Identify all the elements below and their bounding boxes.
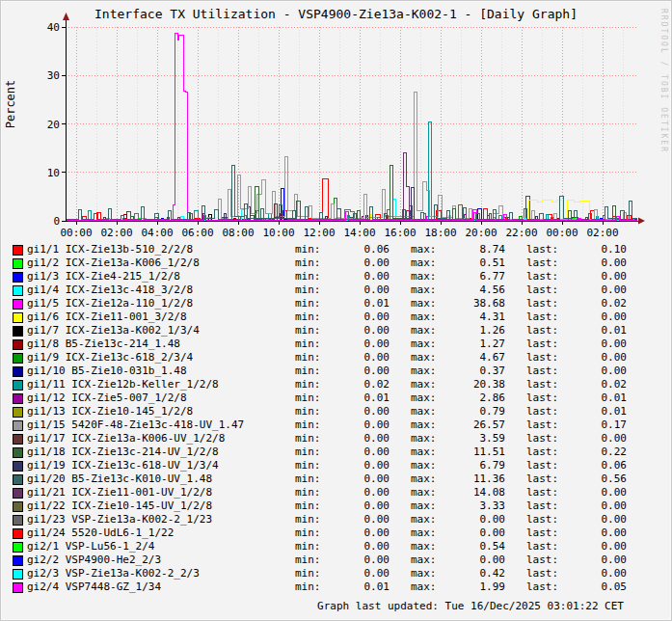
rrd-graph-image: Interface TX Utilization - VSP4900-Zie13… [0, 0, 672, 621]
min-value: 0.06 [334, 243, 390, 256]
min-label: min: [295, 243, 334, 256]
max-value: 6.77 [449, 270, 505, 284]
min-value: 0.00 [334, 432, 390, 446]
max-label: max: [411, 270, 449, 284]
series-color-swatch [13, 285, 23, 296]
max-label: max: [411, 540, 449, 554]
last-label: last: [526, 270, 571, 284]
last-value: 0.00 [571, 284, 627, 297]
min-value: 0.00 [334, 364, 390, 378]
min-value: 0.00 [334, 472, 390, 486]
min-label: min: [295, 580, 334, 594]
series-color-swatch [13, 515, 23, 526]
svg-text:02:00: 02:00 [100, 227, 132, 239]
min-value: 0.00 [334, 324, 390, 338]
min-value: 0.00 [334, 459, 390, 472]
svg-text:30: 30 [47, 69, 60, 82]
min-label: min: [295, 324, 334, 338]
last-value: 0.00 [571, 486, 627, 500]
max-label: max: [411, 297, 449, 310]
svg-text:12:00: 12:00 [303, 227, 335, 239]
last-updated-text: Graph last updated: Tue 16/Dec/2025 03:0… [1, 600, 624, 612]
legend-row: gi1/20 B5-Zie13c-K010-UV_1.48 min: 0.00 … [1, 472, 671, 486]
last-value: 0.00 [571, 256, 627, 270]
series-label: gi1/1 ICX-Zie13b-510_2/2/8 [27, 243, 282, 256]
legend-row: gi1/4 ICX-Zie13c-418_3/2/8 min: 0.00 max… [1, 284, 671, 297]
series-label: gi1/15 5420F-48-Zie13c-418-UV_1.47 [27, 418, 282, 432]
min-value: 0.00 [334, 526, 390, 540]
svg-text:00:00: 00:00 [546, 227, 578, 239]
max-label: max: [411, 243, 449, 256]
series-label: gi1/24 5520-UdL6-1_1/22 [27, 526, 282, 540]
legend-row: gi1/7 ICX-Zie13a-K002_1/3/4 min: 0.00 ma… [1, 324, 671, 338]
max-label: max: [411, 338, 449, 351]
max-value: 0.37 [449, 364, 505, 378]
legend-row: gi2/3 VSP-Zie13a-K002-2_2/3 min: 0.00 ma… [1, 567, 671, 580]
legend-row: gi1/1 ICX-Zie13b-510_2/2/8 min: 0.06 max… [1, 243, 671, 256]
series-color-swatch [13, 380, 23, 391]
min-value: 0.00 [334, 554, 390, 567]
last-value: 0.02 [571, 378, 627, 392]
max-value: 1.27 [449, 338, 505, 351]
min-label: min: [295, 500, 334, 513]
legend-row: gi2/4 VSP7448-GZ_1/34 min: 0.01 max: 1.9… [1, 580, 671, 594]
series-color-swatch [13, 474, 23, 485]
svg-text:20: 20 [47, 119, 60, 131]
max-value: 1.99 [449, 580, 505, 594]
series-color-swatch [13, 366, 23, 377]
max-value: 14.08 [449, 486, 505, 500]
max-value: 0.00 [449, 526, 505, 540]
last-label: last: [526, 540, 571, 554]
last-label: last: [526, 405, 571, 418]
min-label: min: [295, 472, 334, 486]
max-label: max: [411, 432, 449, 446]
last-value: 0.17 [571, 418, 627, 432]
last-value: 0.10 [571, 243, 627, 256]
legend-row: gi1/6 ICX-Zie11-001_3/2/8 min: 0.00 max:… [1, 310, 671, 324]
series-label: gi1/13 ICX-Zie10-145_1/2/8 [27, 405, 282, 418]
min-value: 0.00 [334, 418, 390, 432]
min-label: min: [295, 284, 334, 297]
series-label: gi1/3 ICX-Zie4-215_1/2/8 [27, 270, 282, 284]
series-color-swatch [13, 569, 23, 580]
legend-row: gi1/2 ICX-Zie13a-K006_1/2/8 min: 0.00 ma… [1, 256, 671, 270]
svg-text:02:00: 02:00 [586, 227, 618, 239]
min-value: 0.01 [334, 297, 390, 310]
last-label: last: [526, 256, 571, 270]
legend-row: gi1/19 ICX-Zie13c-618-UV_1/3/4 min: 0.00… [1, 459, 671, 472]
legend-row: gi1/22 ICX-Zie10-145-UV_1/2/8 min: 0.00 … [1, 500, 671, 513]
series-color-swatch [13, 407, 23, 418]
max-value: 11.36 [449, 472, 505, 486]
series-label: gi1/8 B5-Zie13c-214_1.48 [27, 338, 282, 351]
max-label: max: [411, 500, 449, 513]
series-color-swatch [13, 542, 23, 553]
min-label: min: [295, 297, 334, 310]
series-label: gi2/1 VSP-Lu56-1_2/4 [27, 540, 282, 554]
max-label: max: [411, 486, 449, 500]
series-color-swatch [13, 353, 23, 364]
max-value: 4.56 [449, 284, 505, 297]
max-value: 6.79 [449, 459, 505, 472]
last-value: 0.00 [571, 540, 627, 554]
max-label: max: [411, 459, 449, 472]
min-value: 0.00 [334, 270, 390, 284]
series-color-swatch [13, 447, 23, 458]
legend-row: gi1/23 VSP-Zie13a-K002-2_1/23 min: 0.00 … [1, 513, 671, 526]
max-value: 11.51 [449, 446, 505, 459]
max-value: 0.00 [449, 513, 505, 526]
last-value: 0.00 [571, 310, 627, 324]
last-label: last: [526, 297, 571, 310]
min-value: 0.00 [334, 513, 390, 526]
legend-row: gi1/8 B5-Zie13c-214_1.48 min: 0.00 max: … [1, 338, 671, 351]
last-value: 0.02 [571, 297, 627, 310]
min-value: 0.00 [334, 446, 390, 459]
last-value: 0.01 [571, 405, 627, 418]
min-label: min: [295, 418, 334, 432]
min-label: min: [295, 351, 334, 364]
max-label: max: [411, 580, 449, 594]
min-label: min: [295, 554, 334, 567]
series-label: gi1/7 ICX-Zie13a-K002_1/3/4 [27, 324, 282, 338]
series-label: gi1/17 ICX-Zie13a-K006-UV_1/2/8 [27, 432, 282, 446]
max-label: max: [411, 364, 449, 378]
max-value: 26.57 [449, 418, 505, 432]
